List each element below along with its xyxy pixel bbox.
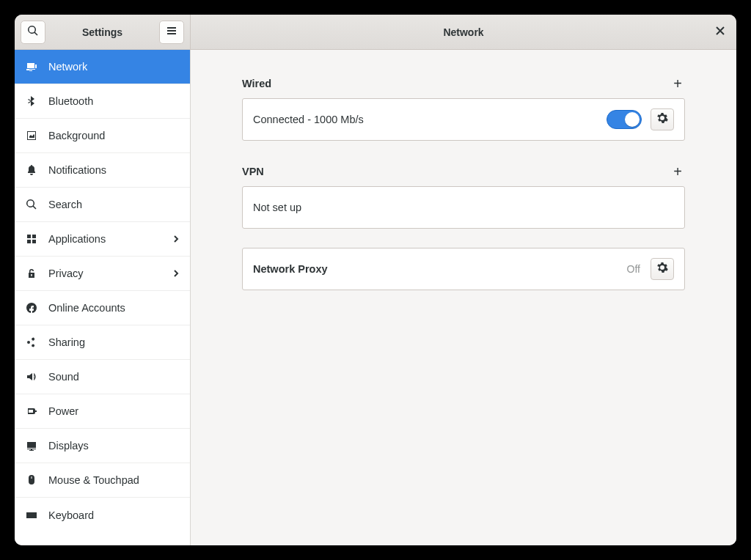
plus-icon: + [673, 163, 682, 180]
headerbar-sidebar: Settings [15, 15, 191, 49]
sidebar-item-label: Power [48, 405, 180, 417]
sidebar-item-online-accounts[interactable]: Online Accounts [15, 291, 190, 325]
sound-icon [25, 371, 38, 383]
displays-icon [25, 440, 38, 452]
wired-list: Connected - 1000 Mb/s [242, 98, 685, 141]
window-body: NetworkBluetoothBackgroundNotificationsS… [15, 50, 736, 545]
proxy-settings-button[interactable] [651, 258, 674, 280]
menu-button[interactable] [159, 21, 184, 44]
chevron-right-icon [172, 233, 180, 245]
sidebar-item-label: Displays [48, 440, 180, 452]
sidebar-item-label: Keyboard [48, 509, 180, 521]
keyboard-icon [25, 509, 38, 521]
sidebar-item-power[interactable]: Power [15, 394, 190, 429]
add-wired-button[interactable]: + [670, 76, 685, 91]
background-icon [25, 130, 38, 141]
proxy-row[interactable]: Network Proxy Off [243, 248, 684, 290]
hamburger-icon [166, 25, 177, 40]
headerbar: Settings Network [15, 15, 736, 50]
search-button[interactable] [21, 21, 45, 44]
plus-icon: + [673, 75, 682, 92]
sidebar-item-network[interactable]: Network [15, 50, 190, 84]
add-vpn-button[interactable]: + [670, 164, 685, 179]
close-button[interactable] [710, 22, 730, 43]
online-accounts-icon [25, 302, 38, 314]
wired-settings-button[interactable] [651, 108, 674, 130]
sidebar-item-label: Background [48, 130, 180, 141]
bluetooth-icon [25, 95, 38, 107]
headerbar-main: Network [191, 15, 736, 49]
sidebar-item-sound[interactable]: Sound [15, 360, 190, 394]
mouse-icon [25, 474, 38, 486]
wired-status-label: Connected - 1000 Mb/s [253, 114, 607, 125]
search-icon [25, 199, 38, 210]
wired-title: Wired [242, 78, 670, 89]
sidebar-item-notifications[interactable]: Notifications [15, 153, 190, 188]
wired-switch[interactable] [607, 110, 642, 129]
bell-icon [25, 164, 38, 176]
sidebar-item-label: Sound [48, 371, 180, 383]
content-area: Wired + Connected - 1000 Mb/s [191, 50, 736, 545]
vpn-empty-row: Not set up [243, 187, 684, 228]
privacy-icon [25, 268, 38, 279]
network-icon [25, 61, 38, 73]
gear-icon [656, 112, 668, 127]
vpn-status-label: Not set up [253, 202, 674, 213]
sidebar-item-label: Network [48, 61, 180, 73]
wired-section-header: Wired + [242, 76, 685, 91]
sidebar-item-applications[interactable]: Applications [15, 222, 190, 257]
sidebar[interactable]: NetworkBluetoothBackgroundNotificationsS… [15, 50, 191, 545]
sidebar-item-label: Search [48, 199, 180, 210]
sidebar-item-displays[interactable]: Displays [15, 429, 190, 463]
close-icon [715, 26, 725, 39]
sidebar-item-mouse-touchpad[interactable]: Mouse & Touchpad [15, 463, 190, 498]
sidebar-item-background[interactable]: Background [15, 119, 190, 153]
vpn-list: Not set up [242, 186, 685, 229]
sidebar-item-bluetooth[interactable]: Bluetooth [15, 84, 190, 119]
proxy-title: Network Proxy [253, 263, 627, 275]
sidebar-item-search[interactable]: Search [15, 188, 190, 222]
gear-icon [656, 262, 668, 276]
power-icon [25, 405, 38, 417]
sidebar-title: Settings [50, 26, 155, 38]
wired-connection-row[interactable]: Connected - 1000 Mb/s [243, 99, 684, 140]
proxy-status: Off [627, 263, 640, 275]
search-icon [27, 25, 39, 40]
vpn-title: VPN [242, 166, 670, 177]
sidebar-item-label: Sharing [48, 336, 180, 348]
page-title: Network [191, 26, 736, 38]
applications-icon [25, 233, 38, 245]
sidebar-item-label: Online Accounts [48, 302, 180, 314]
sidebar-item-label: Notifications [48, 164, 180, 176]
sidebar-item-label: Mouse & Touchpad [48, 474, 180, 486]
proxy-list: Network Proxy Off [242, 248, 685, 290]
vpn-section-header: VPN + [242, 164, 685, 179]
sidebar-item-keyboard[interactable]: Keyboard [15, 498, 190, 532]
sidebar-item-label: Applications [48, 233, 162, 245]
sharing-icon [25, 336, 38, 348]
sidebar-item-label: Privacy [48, 268, 162, 279]
sidebar-item-sharing[interactable]: Sharing [15, 325, 190, 360]
chevron-right-icon [172, 268, 180, 279]
settings-window: Settings Network NetworkBluetoothBackgro… [15, 15, 736, 545]
sidebar-item-label: Bluetooth [48, 95, 180, 107]
sidebar-item-privacy[interactable]: Privacy [15, 257, 190, 291]
